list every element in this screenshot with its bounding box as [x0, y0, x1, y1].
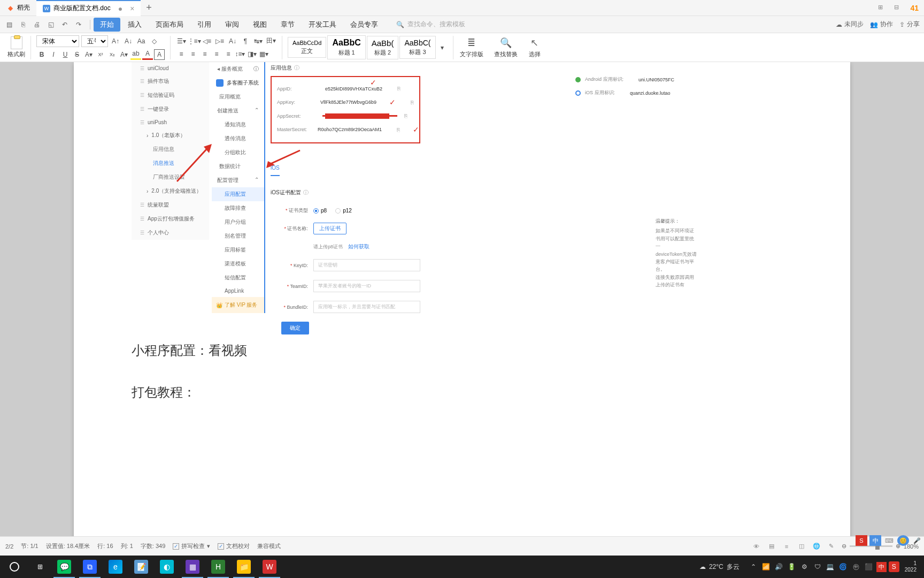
line-spacing-icon[interactable]: ↕≡▾ [235, 49, 245, 59]
tab-close-icon[interactable]: × [130, 4, 134, 13]
sort-icon[interactable]: A↓ [227, 36, 238, 47]
tab-add-button[interactable]: + [141, 2, 157, 13]
align-justify-icon[interactable]: ≡ [211, 49, 222, 59]
app-5[interactable]: ◐ [154, 556, 180, 578]
notepad-app[interactable]: 📝 [128, 556, 154, 578]
view-read-icon[interactable]: ◫ [797, 542, 806, 551]
mic-icon[interactable]: 🎤 [911, 535, 923, 546]
notification-count[interactable]: 41 [910, 4, 919, 12]
strike-button[interactable]: S [72, 49, 82, 60]
tab-review[interactable]: 审阅 [219, 18, 245, 32]
borders-icon[interactable]: ▦▾ [258, 49, 269, 59]
save-icon[interactable]: ▤ [4, 20, 14, 29]
outdent-icon[interactable]: ◁≡ [202, 36, 212, 47]
undo-icon[interactable]: ↶ [60, 20, 70, 29]
style-h1[interactable]: AaBbC 标题 1 [327, 35, 365, 59]
subscript-button[interactable]: X₂ [107, 49, 118, 60]
tray-icon[interactable]: 💻 [825, 561, 836, 572]
command-search[interactable]: 🔍 查找命令、搜索模板 [386, 20, 835, 29]
app-6[interactable]: ▦ [180, 556, 205, 578]
font-size-select[interactable]: 五号 [81, 35, 108, 47]
align-center-icon[interactable]: ≡ [188, 49, 198, 59]
redo-icon[interactable]: ↷ [74, 20, 83, 29]
case-icon[interactable]: Aa [136, 36, 147, 47]
select-button[interactable]: ↖ 选择 [524, 36, 545, 58]
tab-start[interactable]: 开始 [94, 18, 120, 32]
print-icon[interactable]: 🖨 [32, 20, 42, 29]
tab-icon[interactable]: ↹▾ [253, 36, 264, 47]
spellcheck-toggle[interactable]: ✓拼写检查▾ [173, 542, 210, 550]
style-h3[interactable]: AaBbC( 标题 3 [399, 36, 435, 59]
bullet-list-icon[interactable]: ☰▾ [176, 36, 187, 47]
paste-button[interactable]: 格式刷 [7, 36, 25, 58]
collab-button[interactable]: 👥协作 [870, 20, 893, 29]
tab-reference[interactable]: 引用 [191, 18, 218, 32]
char-border-icon[interactable]: A [154, 49, 165, 60]
tray-icon[interactable]: ⬛ [864, 561, 874, 572]
find-replace-button[interactable]: 🔍 查找替换 [490, 36, 522, 58]
align-left-icon[interactable]: ≡ [176, 49, 187, 59]
tab-chapter[interactable]: 章节 [274, 18, 301, 32]
indent-icon[interactable]: ▷≡ [214, 36, 225, 47]
tab-daoke[interactable]: ◆ 稻壳 [0, 0, 36, 16]
wps-app[interactable]: W [257, 556, 282, 578]
highlight-icon[interactable]: ab [130, 49, 141, 60]
tray-icon[interactable]: ㊥ [851, 561, 861, 572]
tray-icon[interactable]: 📶 [761, 561, 772, 572]
styles-more-icon[interactable]: ▾ [437, 42, 448, 53]
view-web-icon[interactable]: 🌐 [812, 542, 821, 551]
font-name-select[interactable]: 宋体 [36, 35, 79, 47]
bold-button[interactable]: B [36, 49, 47, 60]
tab-devtools[interactable]: 开发工具 [302, 18, 343, 32]
tab-layout[interactable]: 页面布局 [149, 18, 190, 32]
start-button[interactable] [0, 556, 29, 578]
style-h2[interactable]: AaBb( 标题 2 [367, 36, 399, 59]
paragraph-2[interactable]: 打包教程： [74, 382, 850, 402]
edge-app[interactable]: e [103, 556, 128, 578]
hbuilder-app[interactable]: H [205, 556, 231, 578]
document-area[interactable]: ☰uniCloud ☰插件市场 ☰短信验证码 ☰一键登录 ☰uniPush ›1… [0, 62, 924, 559]
zoom-out-icon[interactable]: ⊖ [842, 543, 846, 550]
tray-icon[interactable]: ⚙ [799, 561, 810, 572]
window-layout-icon[interactable]: ⊞ [878, 4, 889, 12]
tray-icon[interactable]: 🌀 [838, 561, 849, 572]
font-grow-icon[interactable]: A↑ [110, 36, 121, 47]
font-more-icon[interactable]: A▾ [83, 49, 94, 60]
superscript-button[interactable]: X² [95, 49, 106, 60]
taskview-button[interactable]: ⊞ [29, 556, 51, 578]
font-shrink-icon[interactable]: A↓ [123, 36, 134, 47]
tray-icon[interactable]: 🔋 [787, 561, 797, 572]
align-right-icon[interactable]: ≡ [199, 49, 210, 59]
avatar-icon[interactable]: 😊 [897, 535, 909, 546]
tab-member[interactable]: 会员专享 [344, 18, 384, 32]
para-icon[interactable]: ¶ [240, 36, 251, 47]
tab-insert[interactable]: 插入 [121, 18, 148, 32]
numbered-list-icon[interactable]: ⋮≡▾ [189, 36, 199, 47]
underline-button[interactable]: U [60, 49, 71, 60]
eye-icon[interactable]: 👁 [752, 542, 761, 551]
style-normal[interactable]: AaBbCcDd 正文 [288, 37, 326, 58]
share-button[interactable]: ⇪分享 [899, 20, 920, 29]
unsync-button[interactable]: ☁未同步 [836, 20, 864, 29]
view-outline-icon[interactable]: ≡ [782, 542, 791, 551]
edit-icon[interactable]: ✎ [827, 542, 836, 551]
clock[interactable]: 1 2022 [902, 560, 920, 573]
word-count[interactable]: 字数: 349 [141, 542, 165, 550]
paragraph-1[interactable]: 小程序配置：看视频 [74, 340, 850, 361]
sogou-badge[interactable]: S [856, 535, 867, 546]
italic-button[interactable]: I [48, 49, 59, 60]
font-color-icon[interactable]: A [142, 49, 153, 60]
border-icon[interactable]: 田▾ [266, 36, 276, 47]
view-page-icon[interactable]: ▤ [767, 542, 776, 551]
tray-icon[interactable]: 🔊 [774, 561, 784, 572]
shading-icon[interactable]: ◨▾ [247, 49, 257, 59]
clear-format-icon[interactable]: ◇ [149, 36, 159, 47]
page-indicator[interactable]: 2/2 [5, 543, 13, 550]
text-layout-button[interactable]: ≣ 文字排版 [456, 36, 488, 58]
ime-badge[interactable]: 中 [869, 535, 881, 546]
wechat-app[interactable]: 💬 [51, 556, 77, 578]
app-2[interactable]: ⧉ [77, 556, 103, 578]
print-preview-icon[interactable]: ◱ [46, 20, 56, 29]
keyboard-icon[interactable]: ⌨ [883, 535, 895, 546]
distribute-icon[interactable]: ≡ [223, 49, 234, 59]
